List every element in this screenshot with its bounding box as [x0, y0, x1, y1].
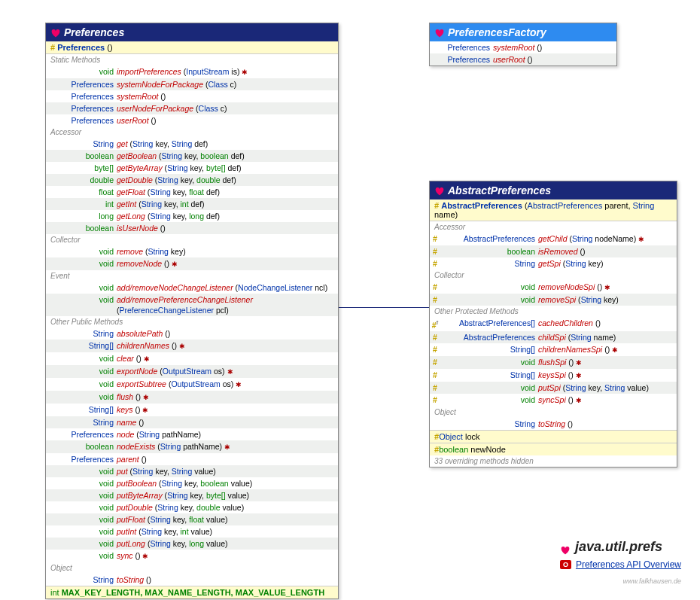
method-row: #String[]childrenNamesSpi () ✱ [430, 343, 677, 356]
section-label: Collector [430, 270, 677, 281]
class-title: PreferencesFactory [448, 26, 546, 38]
method-row: #voidflushSpi () ✱ [430, 356, 677, 369]
footer: java.util.prefs O Preferences API Overvi… [560, 539, 681, 570]
method-row: #String[]keysSpi () ✱ [430, 369, 677, 382]
method-row: Preferencesnode (String pathName) [46, 428, 338, 440]
section-label: Other Protected Methods [430, 306, 677, 317]
credit: www.falkhausen.de [622, 577, 681, 585]
method-row: longgetLong (String key, long def) [46, 210, 338, 222]
method-row: String[]keys () ✱ [46, 404, 338, 416]
method-row: voidputLong (String key, long value) [46, 538, 338, 550]
heart-icon [434, 186, 445, 195]
class-header: AbstractPreferences [430, 181, 677, 199]
method-row: voidimportPreferences (InputStream is) ✱ [46, 65, 338, 78]
package-title: java.util.prefs [560, 539, 681, 555]
section-label: Object [430, 407, 677, 418]
section-label: Collector [46, 234, 338, 245]
method-row: voidsync () ✱ [46, 550, 338, 562]
api-link[interactable]: O Preferences API Overview [560, 559, 681, 570]
constructor-row: # Preferences () [46, 41, 338, 54]
class-box-preferences: Preferences # Preferences () Static Meth… [45, 23, 339, 599]
method-row: #StringgetSpi (String key) [430, 257, 677, 270]
method-row: #voidsyncSpi () ✱ [430, 394, 677, 407]
method-row: PreferencessystemNodeForPackage (Class c… [46, 78, 338, 90]
oracle-icon: O [560, 560, 571, 569]
method-row: doublegetDouble (String key, double def) [46, 174, 338, 186]
method-row: voidremoveNode () ✱ [46, 257, 338, 270]
method-row: voidputDouble (String key, double value) [46, 501, 338, 513]
method-row: floatgetFloat (String key, float def) [46, 186, 338, 198]
method-row: voidexportNode (OutputStream os) ✱ [46, 365, 338, 378]
heart-icon [560, 543, 571, 552]
method-row: voidadd/removeNodeChangeListener (NodeCh… [46, 282, 338, 294]
method-row: byte[]getByteArray (String key, byte[] d… [46, 162, 338, 174]
method-row: PreferencessystemRoot () [46, 90, 338, 102]
class-header: PreferencesFactory [430, 23, 616, 41]
method-row: PreferencesuserRoot () [430, 53, 616, 65]
section-label: Static Methods [46, 54, 338, 65]
section-label: Other Public Methods [46, 316, 338, 327]
method-row: voidputFloat (String key, float value) [46, 513, 338, 525]
method-row: PreferencesuserNodeForPackage (Class c) [46, 102, 338, 114]
connector-line [339, 307, 429, 308]
class-box-abstract: AbstractPreferences # AbstractPreference… [429, 181, 677, 468]
constructor-row: # AbstractPreferences (AbstractPreferenc… [430, 199, 677, 221]
section-label: Accessor [46, 126, 338, 138]
method-row: #booleanisRemoved () [430, 245, 677, 257]
method-row: #fAbstractPreferences[]cachedChildren () [430, 317, 677, 331]
class-title: AbstractPreferences [448, 184, 551, 196]
method-row: #voidputSpi (String key, String value) [430, 382, 677, 394]
method-row: voidadd/removePreferenceChangeListener (… [46, 294, 338, 316]
section-label: Accessor [430, 221, 677, 233]
method-row: #voidremoveSpi (String key) [430, 294, 677, 306]
method-row: #voidremoveNodeSpi () ✱ [430, 281, 677, 294]
method-row: voidclear () ✱ [46, 352, 338, 365]
method-row: StringtoString () [46, 574, 338, 586]
method-row: PreferencessystemRoot () [430, 41, 616, 53]
method-row: voidremove (String key) [46, 245, 338, 257]
method-row: voidput (String key, String value) [46, 465, 338, 477]
footnote: 33 overriding methods hidden [430, 455, 677, 467]
method-row: PreferencesuserRoot () [46, 114, 338, 126]
field-row: #Object lock [430, 430, 677, 443]
section-label: Event [46, 270, 338, 282]
method-row: booleanisUserNode () [46, 222, 338, 234]
method-row: Stringname () [46, 416, 338, 428]
method-row: voidputByteArray (String key, byte[] val… [46, 489, 338, 501]
class-header: Preferences [46, 23, 338, 41]
method-row: intgetInt (String key, int def) [46, 198, 338, 210]
class-title: Preferences [64, 26, 124, 38]
field-row: #boolean newNode [430, 443, 677, 455]
method-row: booleannodeExists (String pathName) ✱ [46, 440, 338, 453]
method-row: voidexportSubtree (OutputStream os) ✱ [46, 378, 338, 391]
method-row: Preferencesparent () [46, 453, 338, 465]
constants-row: int MAX_KEY_LENGTH, MAX_NAME_LENGTH, MAX… [46, 586, 338, 598]
class-box-factory: PreferencesFactory PreferencessystemRoot… [429, 23, 617, 66]
method-row: StringtoString () [430, 418, 677, 430]
method-row: #AbstractPreferenceschildSpi (String nam… [430, 331, 677, 343]
method-row: Stringget (String key, String def) [46, 138, 338, 150]
method-row: StringabsolutePath () [46, 327, 338, 340]
section-label: Object [46, 562, 338, 574]
method-row: voidputBoolean (String key, boolean valu… [46, 477, 338, 489]
method-row: #AbstractPreferencesgetChild (String nod… [430, 233, 677, 245]
heart-icon [434, 28, 445, 37]
heart-icon [50, 28, 61, 37]
method-row: String[]childrenNames () ✱ [46, 340, 338, 352]
method-row: booleangetBoolean (String key, boolean d… [46, 150, 338, 162]
method-row: voidputInt (String key, int value) [46, 525, 338, 538]
method-row: voidflush () ✱ [46, 391, 338, 404]
